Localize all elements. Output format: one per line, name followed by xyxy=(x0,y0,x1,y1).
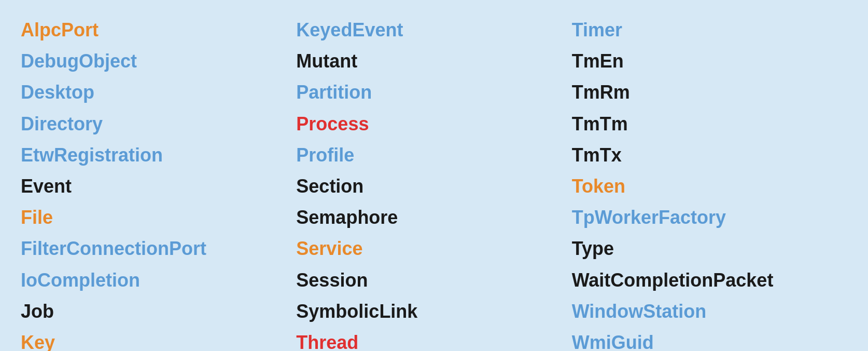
item-wmiguid: WmiGuid xyxy=(572,328,847,351)
item-debugobject: DebugObject xyxy=(21,47,296,76)
item-process: Process xyxy=(296,110,571,139)
item-filterconnectionport: FilterConnectionPort xyxy=(21,234,296,263)
item-event: Event xyxy=(21,172,296,201)
item-keyedevent: KeyedEvent xyxy=(296,16,571,45)
item-section: Section xyxy=(296,172,571,201)
item-file: File xyxy=(21,203,296,232)
item-job: Job xyxy=(21,297,296,326)
item-directory: Directory xyxy=(21,110,296,139)
item-alpcport: AlpcPort xyxy=(21,16,296,45)
item-key: Key xyxy=(21,328,296,351)
item-session: Session xyxy=(296,266,571,295)
item-type: Type xyxy=(572,234,847,263)
item-etwregistration: EtwRegistration xyxy=(21,141,296,170)
item-profile: Profile xyxy=(296,141,571,170)
main-container: AlpcPortDebugObjectDesktopDirectoryEtwRe… xyxy=(0,0,868,351)
item-timer: Timer xyxy=(572,16,847,45)
item-desktop: Desktop xyxy=(21,78,296,107)
item-tmtm: TmTm xyxy=(572,110,847,139)
column-1: AlpcPortDebugObjectDesktopDirectoryEtwRe… xyxy=(21,16,296,351)
column-2: KeyedEventMutantPartitionProcessProfileS… xyxy=(296,16,571,351)
item-waitcompletionpacket: WaitCompletionPacket xyxy=(572,266,847,295)
item-windowstation: WindowStation xyxy=(572,297,847,326)
item-partition: Partition xyxy=(296,78,571,107)
item-tmtx: TmTx xyxy=(572,141,847,170)
item-tmen: TmEn xyxy=(572,47,847,76)
item-mutant: Mutant xyxy=(296,47,571,76)
item-thread: Thread xyxy=(296,328,571,351)
item-symboliclink: SymbolicLink xyxy=(296,297,571,326)
item-token: Token xyxy=(572,172,847,201)
item-tpworkerfactory: TpWorkerFactory xyxy=(572,203,847,232)
item-semaphore: Semaphore xyxy=(296,203,571,232)
column-3: TimerTmEnTmRmTmTmTmTxTokenTpWorkerFactor… xyxy=(572,16,847,351)
item-service: Service xyxy=(296,234,571,263)
item-iocompletion: IoCompletion xyxy=(21,266,296,295)
item-tmrm: TmRm xyxy=(572,78,847,107)
